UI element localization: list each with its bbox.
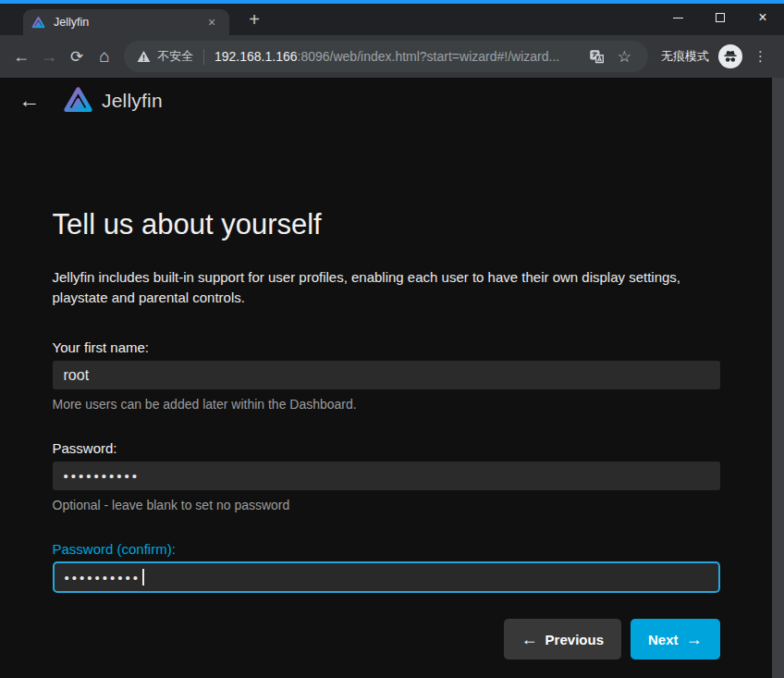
address-bar[interactable]: 不安全 192.168.1.166:8096/web/index.html?st… [124,41,648,72]
jellyfin-logo-icon [63,85,93,116]
back-button[interactable]: ← [7,47,35,67]
page-content: ← Jellyfin Tell us about yourself Jellyf… [0,78,784,678]
tab-bar: Jellyfin × + × [0,4,784,35]
url-path: :8096/web/index.html?start=wizard#!/wiza… [298,49,560,64]
translate-icon[interactable] [589,49,605,65]
omnibox-divider [203,49,204,65]
first-name-helper: More users can be added later within the… [53,397,720,412]
new-tab-button[interactable]: + [242,8,266,32]
tab-title: Jellyfin [54,16,203,29]
browser-menu-icon[interactable]: ⋮ [753,48,767,65]
security-label: 不安全 [157,48,193,65]
bookmark-star-icon[interactable]: ☆ [618,47,631,67]
password-confirm-value: •••••••••• [65,570,141,586]
arrow-right-icon: → [686,631,703,647]
tab-close-icon[interactable]: × [203,14,220,31]
window-close-button[interactable]: × [741,4,784,31]
home-button[interactable]: ⌂ [91,46,118,67]
window-maximize-button[interactable] [699,4,741,31]
next-button[interactable]: Next → [631,619,720,660]
header-back-button[interactable]: ← [13,88,46,113]
browser-toolbar: ← → ⟳ ⌂ 不安全 192.168.1.166:8096/web/index… [0,35,784,78]
password-helper: Optional - leave blank to set no passwor… [53,498,720,512]
page-title: Tell us about yourself [53,208,720,241]
window-controls: × [656,4,784,31]
incognito-mode-label: 无痕模式 [661,48,709,65]
browser-tab-jellyfin[interactable]: Jellyfin × [23,9,229,35]
text-cursor [142,569,144,586]
page-description: Jellyfin includes built-in support for u… [53,267,705,307]
jellyfin-favicon-icon [31,16,45,30]
url-text[interactable]: 192.168.1.166:8096/web/index.html?start=… [214,49,559,64]
first-name-label: Your first name: [53,339,720,356]
password-input[interactable] [53,462,720,490]
maximize-icon [716,13,725,22]
forward-button[interactable]: → [35,47,63,67]
incognito-badge-icon [718,44,742,68]
window-minimize-button[interactable] [656,4,699,31]
brand-name: Jellyfin [102,90,163,112]
password-confirm-group: Password (confirm): •••••••••• [53,541,720,593]
next-button-label: Next [648,632,679,647]
first-name-input[interactable] [53,361,720,389]
password-label: Password: [53,440,720,457]
wizard-buttons: ← Previous Next → [53,619,720,660]
app-header: ← Jellyfin [0,78,772,123]
wizard-form: Tell us about yourself Jellyfin includes… [53,123,720,660]
url-host: 192.168.1.166 [214,49,298,64]
arrow-left-icon: ← [521,631,538,647]
first-name-group: Your first name: More users can be added… [53,339,720,412]
minimize-icon [673,18,683,18]
previous-button[interactable]: ← Previous [504,619,621,660]
password-group: Password: Optional - leave blank to set … [53,440,720,512]
previous-button-label: Previous [545,632,604,647]
reload-button[interactable]: ⟳ [63,47,91,67]
page-scrollbar[interactable] [772,78,784,678]
password-confirm-label: Password (confirm): [53,541,720,558]
security-warning-icon[interactable] [137,50,151,63]
password-confirm-input[interactable]: •••••••••• [53,561,720,593]
